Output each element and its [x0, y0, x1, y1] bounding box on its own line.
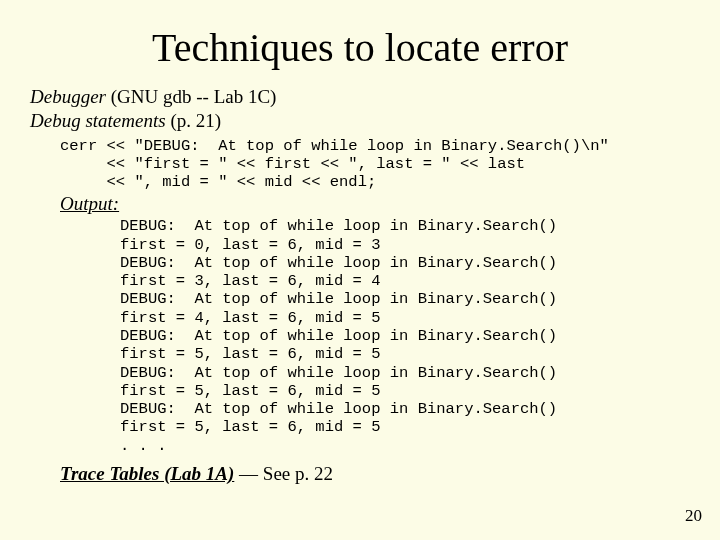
slide-title: Techniques to locate error: [30, 24, 690, 71]
debug-statements-note: (p. 21): [166, 110, 221, 131]
footer-line: Trace Tables (Lab 1A) — See p. 22: [60, 463, 690, 485]
debugger-line: Debugger (GNU gdb -- Lab 1C): [30, 85, 690, 109]
footer-strong: Trace Tables (Lab 1A): [60, 463, 234, 484]
page-number: 20: [685, 506, 702, 526]
output-label: Output:: [60, 193, 690, 215]
footer-rest: — See p. 22: [234, 463, 333, 484]
slide: Techniques to locate error Debugger (GNU…: [0, 0, 720, 540]
debug-statements-label: Debug statements: [30, 110, 166, 131]
debugger-note: (GNU gdb -- Lab 1C): [106, 86, 276, 107]
code-block: cerr << "DEBUG: At top of while loop in …: [60, 137, 690, 192]
debug-statements-line: Debug statements (p. 21): [30, 109, 690, 133]
output-block: DEBUG: At top of while loop in Binary.Se…: [120, 217, 690, 455]
debugger-label: Debugger: [30, 86, 106, 107]
